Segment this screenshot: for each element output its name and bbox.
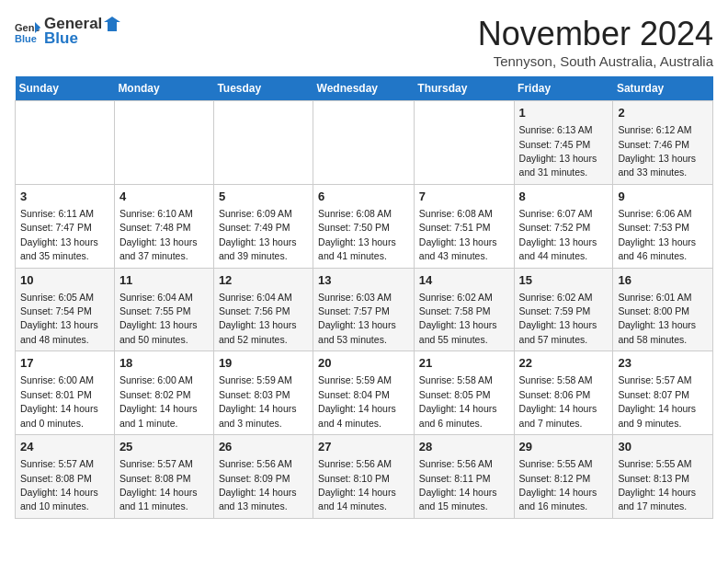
day-number: 11: [119, 272, 209, 289]
day-cell: 8Sunrise: 6:07 AM Sunset: 7:52 PM Daylig…: [514, 184, 613, 268]
day-cell: [213, 101, 313, 185]
day-info: Sunrise: 6:04 AM Sunset: 7:56 PM Dayligh…: [219, 292, 297, 345]
day-cell: 4Sunrise: 6:10 AM Sunset: 7:48 PM Daylig…: [114, 184, 213, 268]
day-number: 7: [419, 189, 509, 205]
day-cell: 20Sunrise: 5:59 AM Sunset: 8:04 PM Dayli…: [313, 351, 415, 435]
day-cell: 22Sunrise: 5:58 AM Sunset: 8:06 PM Dayli…: [514, 351, 613, 435]
day-cell: 5Sunrise: 6:09 AM Sunset: 7:49 PM Daylig…: [213, 184, 313, 268]
day-cell: [414, 101, 514, 185]
svg-marker-3: [104, 17, 120, 31]
logo: General Blue General Blue: [15, 15, 120, 48]
day-cell: [313, 101, 415, 185]
day-info: Sunrise: 6:01 AM Sunset: 8:00 PM Dayligh…: [618, 292, 696, 345]
day-cell: 2Sunrise: 6:12 AM Sunset: 7:46 PM Daylig…: [613, 101, 713, 185]
day-cell: 11Sunrise: 6:04 AM Sunset: 7:55 PM Dayli…: [114, 268, 213, 351]
weekday-header-sunday: Sunday: [16, 76, 115, 101]
day-cell: [16, 101, 115, 185]
day-number: 5: [219, 189, 308, 205]
day-info: Sunrise: 5:57 AM Sunset: 8:08 PM Dayligh…: [119, 458, 198, 511]
day-cell: 27Sunrise: 5:56 AM Sunset: 8:10 PM Dayli…: [313, 435, 415, 519]
weekday-header-monday: Monday: [114, 76, 213, 101]
day-number: 3: [20, 189, 109, 205]
day-info: Sunrise: 6:09 AM Sunset: 7:49 PM Dayligh…: [219, 208, 297, 261]
day-number: 20: [318, 355, 409, 372]
page-header: General Blue General Blue November 2024 …: [15, 15, 713, 69]
day-info: Sunrise: 6:05 AM Sunset: 7:54 PM Dayligh…: [20, 292, 98, 345]
day-info: Sunrise: 6:07 AM Sunset: 7:52 PM Dayligh…: [519, 208, 597, 261]
day-number: 13: [318, 272, 409, 289]
day-number: 6: [318, 189, 409, 205]
day-number: 12: [219, 272, 308, 289]
day-info: Sunrise: 6:08 AM Sunset: 7:50 PM Dayligh…: [318, 208, 396, 261]
weekday-header-wednesday: Wednesday: [313, 76, 415, 101]
day-info: Sunrise: 6:12 AM Sunset: 7:46 PM Dayligh…: [618, 124, 696, 178]
day-info: Sunrise: 6:06 AM Sunset: 7:53 PM Dayligh…: [618, 208, 696, 261]
day-info: Sunrise: 5:57 AM Sunset: 8:08 PM Dayligh…: [20, 458, 98, 511]
week-row-2: 3Sunrise: 6:11 AM Sunset: 7:47 PM Daylig…: [16, 184, 713, 268]
day-cell: 26Sunrise: 5:56 AM Sunset: 8:09 PM Dayli…: [213, 435, 313, 519]
day-info: Sunrise: 6:08 AM Sunset: 7:51 PM Dayligh…: [419, 208, 497, 261]
day-number: 19: [219, 355, 308, 372]
day-info: Sunrise: 5:56 AM Sunset: 8:11 PM Dayligh…: [419, 458, 497, 511]
day-number: 28: [419, 439, 509, 455]
location: Tennyson, South Australia, Australia: [478, 53, 713, 69]
week-row-5: 24Sunrise: 5:57 AM Sunset: 8:08 PM Dayli…: [16, 435, 713, 519]
week-row-3: 10Sunrise: 6:05 AM Sunset: 7:54 PM Dayli…: [16, 268, 713, 351]
day-cell: 15Sunrise: 6:02 AM Sunset: 7:59 PM Dayli…: [514, 268, 613, 351]
week-row-4: 17Sunrise: 6:00 AM Sunset: 8:01 PM Dayli…: [16, 351, 713, 435]
day-info: Sunrise: 5:58 AM Sunset: 8:05 PM Dayligh…: [419, 374, 497, 428]
day-cell: 14Sunrise: 6:02 AM Sunset: 7:58 PM Dayli…: [414, 268, 514, 351]
day-info: Sunrise: 6:03 AM Sunset: 7:57 PM Dayligh…: [318, 292, 396, 345]
day-number: 23: [618, 355, 708, 372]
day-info: Sunrise: 5:55 AM Sunset: 8:12 PM Dayligh…: [519, 458, 597, 511]
day-number: 1: [519, 105, 609, 121]
day-cell: 10Sunrise: 6:05 AM Sunset: 7:54 PM Dayli…: [16, 268, 115, 351]
day-number: 9: [618, 189, 708, 205]
day-cell: 6Sunrise: 6:08 AM Sunset: 7:50 PM Daylig…: [313, 184, 415, 268]
day-cell: 30Sunrise: 5:55 AM Sunset: 8:13 PM Dayli…: [613, 435, 713, 519]
day-cell: 17Sunrise: 6:00 AM Sunset: 8:01 PM Dayli…: [16, 351, 115, 435]
day-cell: 23Sunrise: 5:57 AM Sunset: 8:07 PM Dayli…: [613, 351, 713, 435]
weekday-header-row: SundayMondayTuesdayWednesdayThursdayFrid…: [16, 76, 713, 101]
day-info: Sunrise: 5:56 AM Sunset: 8:10 PM Dayligh…: [318, 458, 396, 511]
day-info: Sunrise: 5:59 AM Sunset: 8:04 PM Dayligh…: [318, 374, 396, 428]
day-number: 10: [20, 272, 109, 289]
day-info: Sunrise: 6:13 AM Sunset: 7:45 PM Dayligh…: [519, 124, 597, 178]
day-info: Sunrise: 6:02 AM Sunset: 7:58 PM Dayligh…: [419, 292, 497, 345]
day-cell: 19Sunrise: 5:59 AM Sunset: 8:03 PM Dayli…: [213, 351, 313, 435]
day-number: 30: [618, 439, 708, 455]
day-cell: 7Sunrise: 6:08 AM Sunset: 7:51 PM Daylig…: [414, 184, 514, 268]
weekday-header-friday: Friday: [514, 76, 613, 101]
day-cell: 18Sunrise: 6:00 AM Sunset: 8:02 PM Dayli…: [114, 351, 213, 435]
day-info: Sunrise: 5:59 AM Sunset: 8:03 PM Dayligh…: [219, 374, 297, 428]
day-number: 15: [519, 272, 609, 289]
day-info: Sunrise: 5:58 AM Sunset: 8:06 PM Dayligh…: [519, 374, 597, 428]
month-title: November 2024: [478, 15, 713, 53]
weekday-header-saturday: Saturday: [613, 76, 713, 101]
day-number: 2: [618, 105, 708, 121]
day-cell: 1Sunrise: 6:13 AM Sunset: 7:45 PM Daylig…: [514, 101, 613, 185]
day-info: Sunrise: 6:10 AM Sunset: 7:48 PM Dayligh…: [119, 208, 198, 261]
day-info: Sunrise: 5:55 AM Sunset: 8:13 PM Dayligh…: [618, 458, 696, 511]
day-number: 8: [519, 189, 609, 205]
week-row-1: 1Sunrise: 6:13 AM Sunset: 7:45 PM Daylig…: [16, 101, 713, 185]
day-cell: 13Sunrise: 6:03 AM Sunset: 7:57 PM Dayli…: [313, 268, 415, 351]
day-number: 17: [20, 355, 109, 372]
day-cell: 24Sunrise: 5:57 AM Sunset: 8:08 PM Dayli…: [16, 435, 115, 519]
day-cell: 16Sunrise: 6:01 AM Sunset: 8:00 PM Dayli…: [613, 268, 713, 351]
day-cell: 29Sunrise: 5:55 AM Sunset: 8:12 PM Dayli…: [514, 435, 613, 519]
weekday-header-tuesday: Tuesday: [213, 76, 313, 101]
day-number: 27: [318, 439, 409, 455]
day-number: 25: [119, 439, 209, 455]
day-cell: 28Sunrise: 5:56 AM Sunset: 8:11 PM Dayli…: [414, 435, 514, 519]
calendar-table: SundayMondayTuesdayWednesdayThursdayFrid…: [15, 76, 713, 519]
day-cell: [114, 101, 213, 185]
day-number: 22: [519, 355, 609, 372]
title-block: November 2024 Tennyson, South Australia,…: [478, 15, 713, 69]
day-number: 24: [20, 439, 109, 455]
logo-bird-icon: [104, 15, 120, 33]
day-number: 26: [219, 439, 308, 455]
day-number: 4: [119, 189, 209, 205]
day-cell: 25Sunrise: 5:57 AM Sunset: 8:08 PM Dayli…: [114, 435, 213, 519]
day-number: 21: [419, 355, 509, 372]
